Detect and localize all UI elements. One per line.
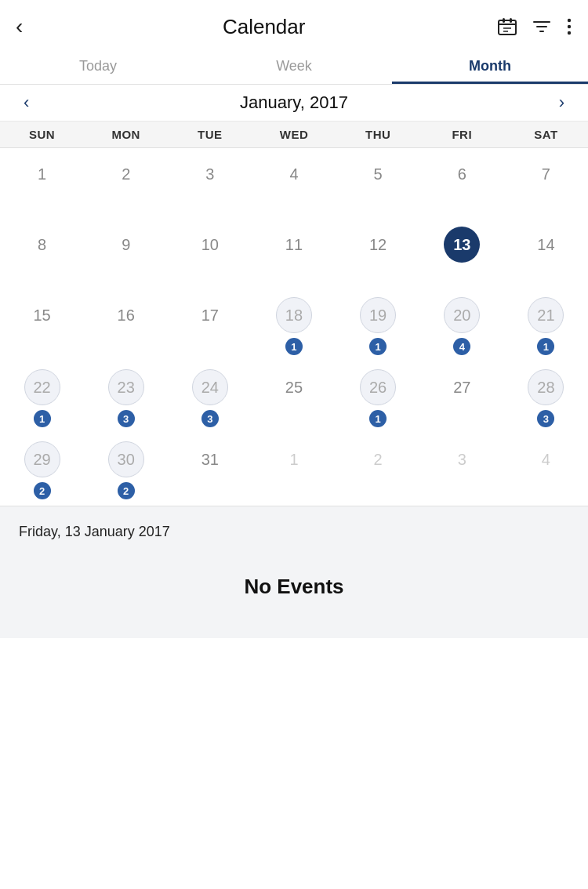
selected-date-label: Friday, 13 January 2017 xyxy=(19,524,569,540)
month-navigation: ‹ January, 2017 › xyxy=(0,85,588,122)
prev-month-button[interactable]: ‹ xyxy=(16,93,37,113)
day-number: 11 xyxy=(276,227,312,263)
day-number: 3 xyxy=(192,156,228,192)
calendar-day-18[interactable]: 181 xyxy=(252,289,336,361)
back-button[interactable]: ‹ xyxy=(16,14,23,39)
day-number: 2 xyxy=(108,156,144,192)
calendar-day-23[interactable]: 233 xyxy=(84,361,168,434)
day-number: 12 xyxy=(360,227,396,263)
calendar-day-8[interactable]: 8 xyxy=(0,219,84,289)
day-number: 23 xyxy=(108,369,144,405)
selected-date-section: Friday, 13 January 2017 xyxy=(0,506,588,551)
calendar-day-15[interactable]: 15 xyxy=(0,289,84,361)
day-header-sat: SAT xyxy=(504,128,588,141)
calendar-day-13[interactable]: 13 xyxy=(420,219,504,289)
day-header-mon: MON xyxy=(84,128,168,141)
event-badge: 3 xyxy=(201,410,219,427)
day-number: 20 xyxy=(444,297,480,333)
svg-point-9 xyxy=(568,19,571,22)
event-badge: 3 xyxy=(537,410,554,427)
more-icon[interactable] xyxy=(566,16,572,37)
calendar-day-3[interactable]: 3 xyxy=(168,148,252,219)
calendar-icon[interactable] xyxy=(497,16,517,37)
calendar-day-2[interactable]: 2 xyxy=(84,148,168,219)
day-header-wed: WED xyxy=(252,128,336,141)
header-actions xyxy=(497,16,572,37)
event-badge: 3 xyxy=(118,410,135,427)
day-number: 29 xyxy=(24,441,60,477)
calendar-day-next-3[interactable]: 3 xyxy=(420,434,504,506)
calendar-day-29[interactable]: 292 xyxy=(0,434,84,506)
day-number: 5 xyxy=(360,156,396,192)
calendar-day-next-2[interactable]: 2 xyxy=(336,434,420,506)
calendar-day-26[interactable]: 261 xyxy=(336,361,420,434)
calendar-day-next-1[interactable]: 1 xyxy=(252,434,336,506)
day-number: 24 xyxy=(192,369,228,405)
tab-month[interactable]: Month xyxy=(392,47,588,84)
calendar-day-16[interactable]: 16 xyxy=(84,289,168,361)
calendar-day-20[interactable]: 204 xyxy=(420,289,504,361)
day-number: 1 xyxy=(276,441,312,477)
svg-rect-0 xyxy=(499,20,516,34)
calendar-day-4[interactable]: 4 xyxy=(252,148,336,219)
view-tabs: Today Week Month xyxy=(0,47,588,85)
calendar-day-30[interactable]: 302 xyxy=(84,434,168,506)
next-month-button[interactable]: › xyxy=(551,93,572,113)
calendar-day-28[interactable]: 283 xyxy=(504,361,588,434)
day-header-thu: THU xyxy=(336,128,420,141)
calendar-day-31[interactable]: 31 xyxy=(168,434,252,506)
tab-week[interactable]: Week xyxy=(196,47,392,84)
day-number: 7 xyxy=(528,156,564,192)
calendar-day-9[interactable]: 9 xyxy=(84,219,168,289)
svg-point-11 xyxy=(568,31,571,34)
day-number: 9 xyxy=(108,227,144,263)
calendar-day-25[interactable]: 25 xyxy=(252,361,336,434)
calendar-day-11[interactable]: 11 xyxy=(252,219,336,289)
day-header-tue: TUE xyxy=(168,128,252,141)
calendar-day-22[interactable]: 221 xyxy=(0,361,84,434)
app-header: ‹ Calendar xyxy=(0,0,588,47)
calendar-day-1[interactable]: 1 xyxy=(0,148,84,219)
day-number: 17 xyxy=(192,297,228,333)
calendar-day-27[interactable]: 27 xyxy=(420,361,504,434)
day-number: 21 xyxy=(528,297,564,333)
day-number: 3 xyxy=(444,441,480,477)
event-badge: 1 xyxy=(369,338,387,355)
day-number: 10 xyxy=(192,227,228,263)
calendar-day-next-4[interactable]: 4 xyxy=(504,434,588,506)
event-badge: 1 xyxy=(369,410,387,427)
day-number: 16 xyxy=(108,297,144,333)
calendar-day-14[interactable]: 14 xyxy=(504,219,588,289)
calendar-day-10[interactable]: 10 xyxy=(168,219,252,289)
day-number: 27 xyxy=(444,369,480,405)
tab-today[interactable]: Today xyxy=(0,47,196,84)
calendar-day-17[interactable]: 17 xyxy=(168,289,252,361)
filter-icon[interactable] xyxy=(532,16,552,37)
calendar-day-12[interactable]: 12 xyxy=(336,219,420,289)
calendar-day-21[interactable]: 211 xyxy=(504,289,588,361)
day-number: 18 xyxy=(276,297,312,333)
event-badge: 1 xyxy=(537,338,554,355)
event-badge: 2 xyxy=(34,482,51,499)
calendar-day-24[interactable]: 243 xyxy=(168,361,252,434)
day-header-fri: FRI xyxy=(420,128,504,141)
day-number: 4 xyxy=(528,441,564,477)
day-number: 30 xyxy=(108,441,144,477)
event-badge: 1 xyxy=(34,410,51,427)
calendar-day-7[interactable]: 7 xyxy=(504,148,588,219)
calendar-day-19[interactable]: 191 xyxy=(336,289,420,361)
day-number: 22 xyxy=(24,369,60,405)
no-events-title: No Events xyxy=(244,575,343,599)
day-header-sun: SUN xyxy=(0,128,84,141)
day-number: 31 xyxy=(192,441,228,477)
event-badge: 1 xyxy=(285,338,303,355)
no-events-section: No Events xyxy=(0,551,588,638)
day-number: 13 xyxy=(444,227,480,263)
day-number: 2 xyxy=(360,441,396,477)
day-number: 15 xyxy=(24,297,60,333)
day-number: 8 xyxy=(24,227,60,263)
calendar-day-6[interactable]: 6 xyxy=(420,148,504,219)
day-number: 28 xyxy=(528,369,564,405)
day-number: 4 xyxy=(276,156,312,192)
calendar-day-5[interactable]: 5 xyxy=(336,148,420,219)
